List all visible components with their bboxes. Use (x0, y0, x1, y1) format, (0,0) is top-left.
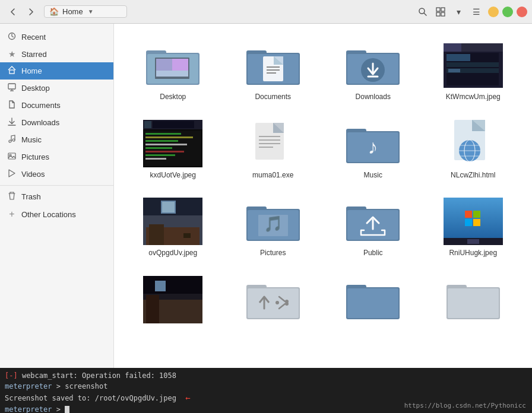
minimize-button[interactable] (488, 7, 499, 17)
file-name-documents: Documents (255, 93, 291, 102)
file-name-public: Public (363, 249, 383, 258)
file-item-documents[interactable]: Documents (226, 36, 321, 108)
terminal-line-1: [-] webcam_start: Operation failed: 1058 (5, 370, 527, 381)
file-grid: Desktop (126, 36, 520, 333)
image-KtWmcwUm-icon (444, 43, 503, 88)
folder-blue2-icon (346, 279, 400, 320)
file-item-RniUHugk[interactable]: RniUHugk.jpeg (426, 192, 521, 264)
sidebar-item-music[interactable]: Music (0, 131, 113, 148)
sidebar-item-downloads[interactable]: Downloads (0, 114, 113, 131)
svg-rect-60 (145, 158, 166, 160)
sidebar-label-pictures: Pictures (21, 153, 49, 161)
file-item-ovQpgdUv[interactable]: ovQpgdUv.jpeg (126, 192, 220, 264)
file-item-pictures[interactable]: 🎵 Pictures (226, 192, 321, 264)
svg-rect-15 (8, 153, 15, 159)
sidebar-item-documents[interactable]: Documents (0, 97, 113, 114)
file-name-downloads: Downloads (356, 93, 391, 102)
svg-rect-50 (144, 121, 151, 128)
file-item-music[interactable]: ♪ Music (326, 114, 420, 186)
location-bar[interactable]: 🏠 Home ▼ (44, 5, 127, 18)
pictures-sidebar-icon (7, 152, 17, 162)
folder-small2-icon (446, 279, 500, 320)
home-sidebar-icon (7, 66, 17, 76)
svg-rect-45 (446, 62, 499, 67)
file-item-muma01[interactable]: muma01.exe (226, 114, 321, 186)
svg-rect-101 (473, 219, 480, 226)
svg-rect-53 (145, 133, 181, 135)
menu-button[interactable]: ☰ (468, 4, 484, 20)
sidebar-divider (0, 185, 113, 186)
file-name-ovQpgdUv: ovQpgdUv.jpeg (148, 249, 197, 258)
svg-point-13 (9, 140, 11, 142)
svg-rect-56 (145, 144, 187, 145)
file-name-muma01: muma01.exe (252, 171, 293, 180)
file-item-row4-3[interactable] (326, 270, 420, 333)
file-item-NLcwZlhi[interactable]: NLcwZlhi.html (426, 114, 521, 186)
file-item-kxdUotVe[interactable]: kxdUotVe.jpeg (126, 114, 220, 186)
sidebar-label-recent: Recent (21, 33, 46, 42)
nav-buttons (5, 4, 39, 20)
terminal-url: https://blog.csdn.net/Pythonicc (404, 402, 526, 409)
file-name-RniUHugk: RniUHugk.jpeg (449, 249, 497, 258)
file-thumb-row4-3 (343, 276, 403, 323)
executable-icon (249, 120, 297, 167)
back-button[interactable] (5, 4, 21, 20)
file-item-row4-2[interactable] (226, 270, 321, 333)
file-area: Desktop (114, 24, 532, 368)
folder-small-icon (246, 279, 300, 320)
chevron-view-button[interactable]: ▾ (450, 4, 467, 20)
sidebar-item-pictures[interactable]: Pictures (0, 148, 113, 166)
image-RniUHugk-icon (444, 198, 503, 245)
file-item-row4-1[interactable] (126, 270, 220, 333)
file-thumb-RniUHugk (444, 198, 503, 245)
sidebar-label-home: Home (21, 66, 42, 75)
sidebar-label-starred: Starred (21, 50, 47, 59)
sidebar-item-desktop[interactable]: Desktop (0, 80, 113, 97)
terminal-line-2: meterpreter > screenshot (5, 381, 527, 392)
file-item-downloads[interactable]: Downloads (326, 36, 420, 108)
sidebar-item-other-locations[interactable]: + Other Locations (0, 205, 113, 223)
svg-rect-8 (8, 84, 15, 89)
titlebar-action-buttons: ▾ ☰ (414, 4, 527, 20)
maximize-button[interactable] (502, 7, 513, 17)
terminal-cursor (65, 406, 69, 413)
svg-rect-99 (473, 211, 480, 218)
svg-rect-5 (441, 12, 445, 16)
svg-rect-84 (162, 202, 175, 212)
videos-sidebar-icon (7, 169, 17, 179)
view-toggle-button[interactable] (432, 4, 449, 20)
file-thumb-ovQpgdUv (143, 198, 202, 245)
terminal-error-prefix: [-] (5, 371, 18, 380)
file-item-row4-4[interactable] (426, 270, 521, 333)
downloads-sidebar-icon (7, 117, 17, 128)
desktop-sidebar-icon (7, 83, 17, 93)
search-button[interactable] (414, 4, 431, 20)
location-text: Home (62, 7, 83, 16)
titlebar: 🏠 Home ▼ ▾ ☰ (0, 0, 532, 24)
file-thumb-pictures: 🎵 (243, 198, 303, 245)
folder-documents-icon (246, 45, 300, 86)
file-thumb-public (343, 198, 403, 245)
sidebar-item-trash[interactable]: Trash (0, 188, 113, 205)
file-thumb-desktop (143, 42, 202, 89)
sidebar-label-documents: Documents (21, 101, 61, 110)
image-kxdUotVe-icon (143, 120, 202, 167)
file-name-desktop: Desktop (160, 93, 186, 102)
folder-downloads-icon (346, 45, 400, 86)
close-button[interactable] (517, 7, 527, 17)
file-name-music: Music (364, 171, 382, 180)
sidebar: Recent ★ Starred Home Desktop Documents (0, 24, 114, 368)
svg-rect-47 (448, 69, 460, 72)
sidebar-item-starred[interactable]: ★ Starred (0, 46, 113, 62)
documents-sidebar-icon (7, 100, 17, 110)
file-item-public[interactable]: Public (326, 192, 420, 264)
sidebar-label-downloads: Downloads (21, 118, 59, 127)
svg-rect-44 (446, 54, 470, 61)
file-item-desktop[interactable]: Desktop (126, 36, 220, 108)
sidebar-item-videos[interactable]: Videos (0, 166, 113, 183)
file-item-KtWmcwUm[interactable]: KtWmcwUm.jpeg (426, 36, 521, 108)
svg-rect-98 (465, 211, 472, 218)
sidebar-item-home[interactable]: Home (0, 62, 113, 80)
forward-button[interactable] (23, 4, 39, 20)
sidebar-item-recent[interactable]: Recent (0, 28, 113, 46)
